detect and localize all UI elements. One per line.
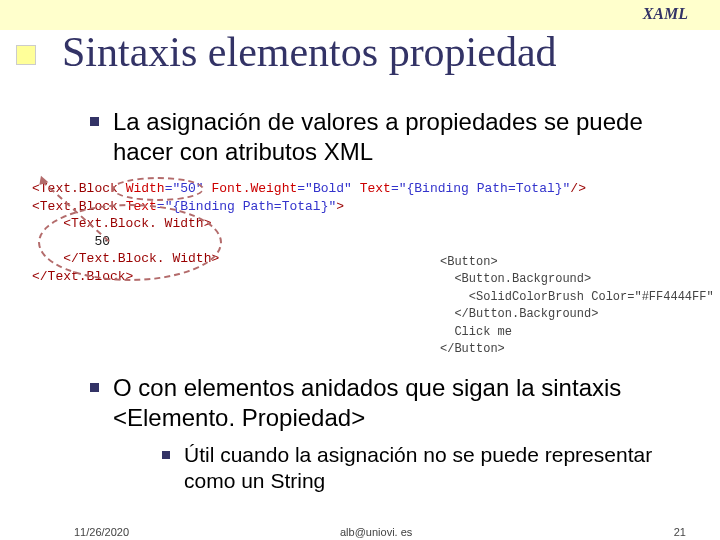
code-block-button: <Button> <Button.Background> <SolidColor… (440, 254, 720, 358)
code-token: ="#FF4444FF" (627, 290, 713, 304)
bullet-text: O con elementos anidados que sigan la si… (113, 373, 670, 433)
bullet-square-icon (162, 451, 170, 459)
footer-date: 11/26/2020 (74, 526, 129, 538)
code-token: Text (118, 199, 157, 214)
code-token: <Button.Background> (440, 272, 591, 286)
bullet-level2: Útil cuando la asignación no se puede re… (162, 442, 682, 495)
code-token: </Button.Background> (440, 307, 598, 321)
bullet-text: La asignación de valores a propiedades s… (113, 107, 660, 167)
header-band (0, 0, 720, 30)
code-token: </Button> (440, 342, 505, 356)
bullet-level1-second: O con elementos anidados que sigan la si… (90, 373, 670, 433)
code-token: <Text.Block. Width> (32, 216, 211, 231)
code-token: /> (570, 181, 586, 196)
code-token: /> (714, 290, 720, 304)
footer-email: alb@uniovi. es (340, 526, 412, 538)
bullet-square-icon (90, 117, 99, 126)
code-token: Click me (440, 325, 512, 339)
header-label: XAML (643, 5, 688, 23)
code-token: <SolidColorBrush (440, 290, 584, 304)
code-token: ="{Binding Path=Total}" (157, 199, 336, 214)
code-token: Color (584, 290, 627, 304)
code-token: Text (352, 181, 391, 196)
code-token: </Text.Block. Width> (32, 251, 219, 266)
code-token: ="{Binding Path=Total}" (391, 181, 570, 196)
code-token: Width (118, 181, 165, 196)
bullet-square-icon (90, 383, 99, 392)
code-token: 50 (32, 234, 110, 249)
code-token: > (336, 199, 344, 214)
code-token: <Button> (440, 255, 498, 269)
code-token: ="Bold" (297, 181, 352, 196)
slide: XAML Sintaxis elementos propiedad La asi… (0, 0, 720, 540)
code-token: ="50" (165, 181, 204, 196)
bullet-level1-first: La asignación de valores a propiedades s… (90, 107, 660, 167)
slide-title: Sintaxis elementos propiedad (62, 28, 557, 76)
footer-page-number: 21 (674, 526, 686, 538)
code-token: Font.Weight (204, 181, 298, 196)
bullet-text: Útil cuando la asignación no se puede re… (184, 442, 682, 495)
code-token: </Text.Block> (32, 269, 133, 284)
title-accent-square (16, 45, 36, 65)
